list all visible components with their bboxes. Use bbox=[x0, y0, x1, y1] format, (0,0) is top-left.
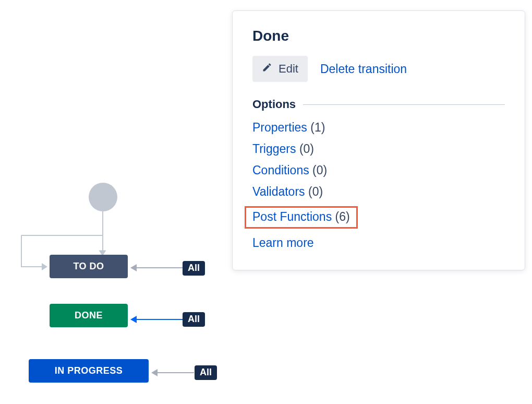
option-link: Validators bbox=[252, 185, 305, 198]
option-count: (0) bbox=[312, 163, 327, 177]
connector-selected bbox=[137, 319, 183, 320]
option-link: Triggers bbox=[252, 142, 296, 156]
option-properties[interactable]: Properties (1) bbox=[252, 121, 505, 135]
connector bbox=[21, 235, 102, 236]
option-count: (1) bbox=[310, 121, 325, 134]
option-link: Properties bbox=[252, 121, 307, 134]
arrow-icon bbox=[42, 263, 47, 270]
option-conditions[interactable]: Conditions (0) bbox=[252, 163, 505, 177]
all-badge[interactable]: All bbox=[195, 365, 217, 380]
option-count: (6) bbox=[335, 210, 350, 223]
arrow-icon bbox=[151, 369, 158, 376]
status-inprogress[interactable]: IN PROGRESS bbox=[29, 359, 149, 383]
status-done[interactable]: DONE bbox=[50, 304, 128, 327]
connector bbox=[21, 235, 22, 266]
option-link: Conditions bbox=[252, 163, 309, 177]
arrow-icon bbox=[130, 264, 137, 271]
pencil-icon bbox=[262, 62, 272, 76]
option-validators[interactable]: Validators (0) bbox=[252, 185, 505, 199]
options-label: Options bbox=[252, 98, 296, 111]
arrow-icon bbox=[130, 316, 137, 323]
status-label: IN PROGRESS bbox=[55, 365, 123, 376]
connector bbox=[158, 372, 194, 373]
panel-title: Done bbox=[252, 28, 505, 44]
edit-label: Edit bbox=[279, 62, 298, 76]
status-todo[interactable]: TO DO bbox=[50, 255, 128, 278]
status-label: DONE bbox=[75, 310, 103, 320]
option-count: (0) bbox=[299, 142, 314, 156]
option-post-functions[interactable]: Post Functions (6) bbox=[245, 206, 358, 229]
all-badge[interactable]: All bbox=[183, 312, 205, 327]
delete-transition-link[interactable]: Delete transition bbox=[320, 62, 407, 76]
learn-more-link[interactable]: Learn more bbox=[252, 236, 314, 250]
connector bbox=[21, 266, 42, 267]
panel-actions: Edit Delete transition bbox=[252, 56, 505, 82]
all-badge[interactable]: All bbox=[183, 261, 205, 276]
connector bbox=[137, 267, 183, 268]
edit-button[interactable]: Edit bbox=[252, 56, 308, 82]
options-header: Options bbox=[252, 98, 505, 111]
option-count: (0) bbox=[308, 185, 323, 198]
status-label: TO DO bbox=[73, 261, 104, 271]
option-link: Post Functions bbox=[252, 210, 332, 223]
option-triggers[interactable]: Triggers (0) bbox=[252, 142, 505, 156]
divider bbox=[303, 104, 505, 105]
transition-panel: Done Edit Delete transition Options Prop… bbox=[232, 10, 525, 270]
start-node[interactable] bbox=[89, 183, 117, 211]
